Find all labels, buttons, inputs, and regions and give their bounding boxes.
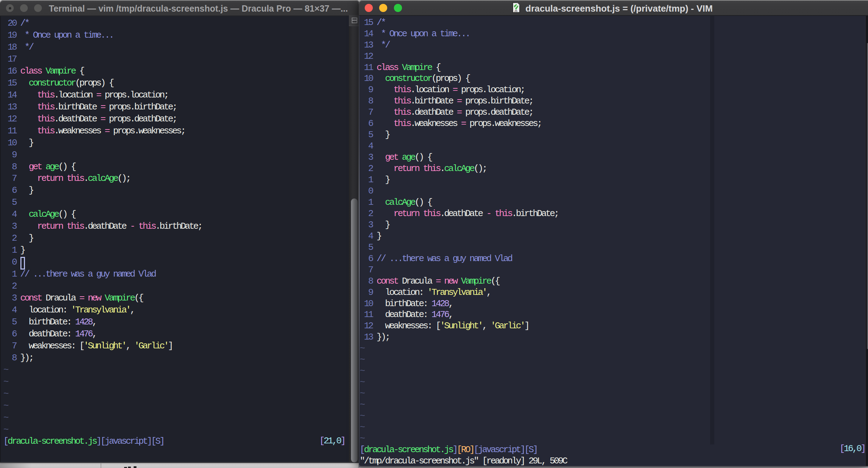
svg-text:JS: JS [514, 9, 517, 13]
